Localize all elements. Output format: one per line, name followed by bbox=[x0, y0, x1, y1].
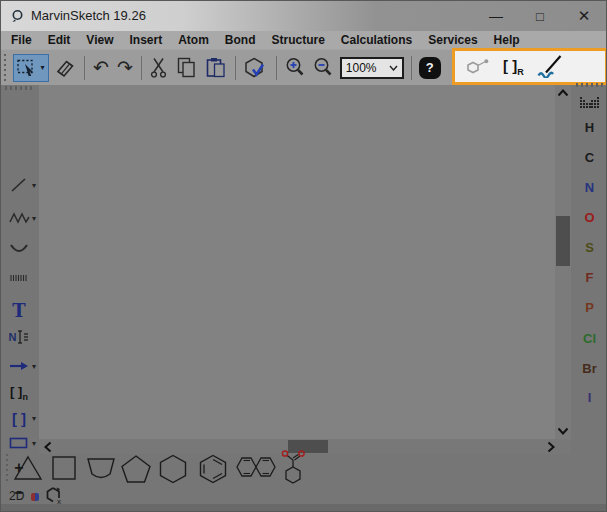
rgroup-bracket: [ ] bbox=[503, 57, 517, 74]
element-Br[interactable]: Br bbox=[571, 360, 607, 378]
template-cyclobutane[interactable] bbox=[49, 454, 79, 482]
cut-button[interactable] bbox=[147, 54, 171, 82]
highlight-box: [ ]R bbox=[452, 48, 607, 85]
vertical-scroll-thumb[interactable] bbox=[556, 216, 570, 266]
chevron-down-icon: ▾ bbox=[32, 362, 36, 371]
left-tool-rail: ▾ ▾ T N bbox=[1, 85, 39, 511]
single-bond-tool[interactable]: ▾ bbox=[1, 173, 37, 197]
periodic-table-button[interactable] bbox=[580, 97, 599, 111]
template-cyclopentane-cup[interactable] bbox=[85, 454, 117, 482]
redo-button[interactable]: ↷ bbox=[114, 54, 136, 82]
repeat-bracket-tool[interactable]: [ ]n bbox=[1, 381, 37, 405]
minimize-button[interactable]: — bbox=[479, 1, 513, 31]
drawing-canvas[interactable] bbox=[39, 85, 555, 439]
menu-view[interactable]: View bbox=[78, 32, 121, 48]
atom-label-tool[interactable]: N bbox=[1, 325, 37, 349]
sgroup-attachment-button[interactable] bbox=[466, 58, 490, 76]
zoom-out-icon bbox=[313, 57, 333, 78]
eraser-icon bbox=[54, 58, 76, 78]
hash-marks-tool[interactable] bbox=[1, 266, 37, 290]
scroll-down-arrow[interactable] bbox=[555, 425, 571, 437]
title-bar: MarvinSketch 19.26 — □ ✕ bbox=[1, 1, 606, 31]
template-cyclopropane[interactable] bbox=[13, 454, 43, 482]
close-button[interactable]: ✕ bbox=[567, 1, 601, 31]
toolbar-separator bbox=[235, 56, 236, 80]
template-naphthalene[interactable] bbox=[235, 454, 277, 480]
paste-button[interactable] bbox=[202, 54, 230, 82]
template-benzoic-acid[interactable] bbox=[279, 449, 307, 487]
redo-icon: ↷ bbox=[117, 58, 133, 77]
zoom-in-button[interactable] bbox=[282, 54, 308, 82]
element-H[interactable]: H bbox=[571, 119, 607, 137]
menu-calculations[interactable]: Calculations bbox=[333, 32, 420, 48]
text-tool[interactable]: T bbox=[1, 298, 37, 322]
help-icon: ? bbox=[426, 60, 434, 75]
zoom-level-value: 100% bbox=[346, 61, 389, 75]
text-tool-icon: T bbox=[12, 300, 25, 321]
chevron-down-icon bbox=[389, 65, 398, 71]
menu-help[interactable]: Help bbox=[486, 32, 528, 48]
rgroup-button[interactable]: [ ]R bbox=[503, 57, 524, 77]
element-Cl[interactable]: Cl bbox=[571, 330, 607, 348]
element-I[interactable]: I bbox=[571, 389, 607, 407]
bracket-tool[interactable]: [ ] ▾ bbox=[1, 406, 37, 430]
zoom-level-combobox[interactable]: 100% bbox=[340, 57, 404, 79]
template-cyclohexane[interactable] bbox=[157, 454, 189, 484]
zoom-out-button[interactable] bbox=[310, 54, 336, 82]
window-bottom-edge bbox=[1, 504, 606, 511]
left-rail-grip[interactable] bbox=[5, 86, 33, 90]
marvinsketch-window: MarvinSketch 19.26 — □ ✕ File Edit View … bbox=[0, 0, 607, 512]
chain-tool[interactable]: ▾ bbox=[1, 206, 37, 230]
reaction-arrow-tool[interactable]: ▾ bbox=[1, 354, 37, 378]
check-structure-icon bbox=[244, 57, 268, 79]
atom-label-letter: N bbox=[9, 331, 17, 343]
menu-edit[interactable]: Edit bbox=[40, 32, 79, 48]
menu-structure[interactable]: Structure bbox=[264, 32, 333, 48]
chevron-down-icon: ▾ bbox=[32, 181, 36, 190]
rgroup-sub-label: R bbox=[517, 67, 524, 77]
chevron-down-icon: ▾ bbox=[32, 214, 36, 223]
template-bar-grip[interactable] bbox=[6, 454, 11, 484]
menu-insert[interactable]: Insert bbox=[121, 32, 170, 48]
element-rail-grip[interactable] bbox=[576, 83, 604, 87]
maximize-button[interactable]: □ bbox=[523, 1, 557, 31]
template-benzene[interactable] bbox=[197, 454, 229, 484]
element-S[interactable]: S bbox=[571, 239, 607, 257]
select-rectangle-button[interactable]: ▾ bbox=[13, 54, 49, 82]
help-button[interactable]: ? bbox=[419, 57, 441, 79]
bracket-icon: [ ] bbox=[12, 410, 26, 427]
chevron-down-icon: ▾ bbox=[32, 414, 36, 423]
arc-tool[interactable] bbox=[1, 237, 37, 261]
cut-icon bbox=[150, 57, 168, 78]
check-structure-button[interactable] bbox=[241, 54, 271, 82]
zoom-in-icon bbox=[285, 57, 305, 78]
structure-checker-icon[interactable]: x bbox=[45, 486, 64, 505]
element-F[interactable]: F bbox=[571, 269, 607, 287]
attachment-pen-button[interactable] bbox=[537, 55, 563, 78]
text-cursor-icon bbox=[17, 329, 29, 345]
template-cyclopentane[interactable] bbox=[120, 454, 152, 484]
menu-services[interactable]: Services bbox=[420, 32, 485, 48]
eraser-button[interactable] bbox=[51, 54, 79, 82]
element-C[interactable]: C bbox=[571, 149, 607, 167]
app-icon bbox=[11, 9, 25, 23]
repeat-bracket-icon: [ ]n bbox=[10, 384, 28, 402]
chevron-down-icon: ▾ bbox=[32, 439, 36, 448]
template-toolbar bbox=[1, 451, 561, 489]
element-P[interactable]: P bbox=[571, 299, 607, 317]
menu-file[interactable]: File bbox=[3, 32, 40, 48]
element-N[interactable]: N bbox=[571, 179, 607, 197]
undo-button[interactable]: ↶ bbox=[90, 54, 112, 82]
dimension-mode-label[interactable]: 2D bbox=[9, 489, 24, 503]
toolbar-grip[interactable] bbox=[3, 54, 8, 82]
paste-icon bbox=[205, 57, 227, 78]
chevron-down-icon: ▾ bbox=[40, 63, 44, 72]
menu-atom[interactable]: Atom bbox=[170, 32, 217, 48]
menu-bond[interactable]: Bond bbox=[217, 32, 264, 48]
element-rail: H C N O S F P Cl Br I bbox=[571, 85, 607, 511]
scroll-up-arrow[interactable] bbox=[555, 87, 571, 99]
copy-button[interactable] bbox=[173, 54, 200, 82]
element-O[interactable]: O bbox=[571, 209, 607, 227]
canvas-vertical-scrollbar[interactable] bbox=[555, 85, 571, 439]
toolbar-separator bbox=[141, 56, 142, 80]
